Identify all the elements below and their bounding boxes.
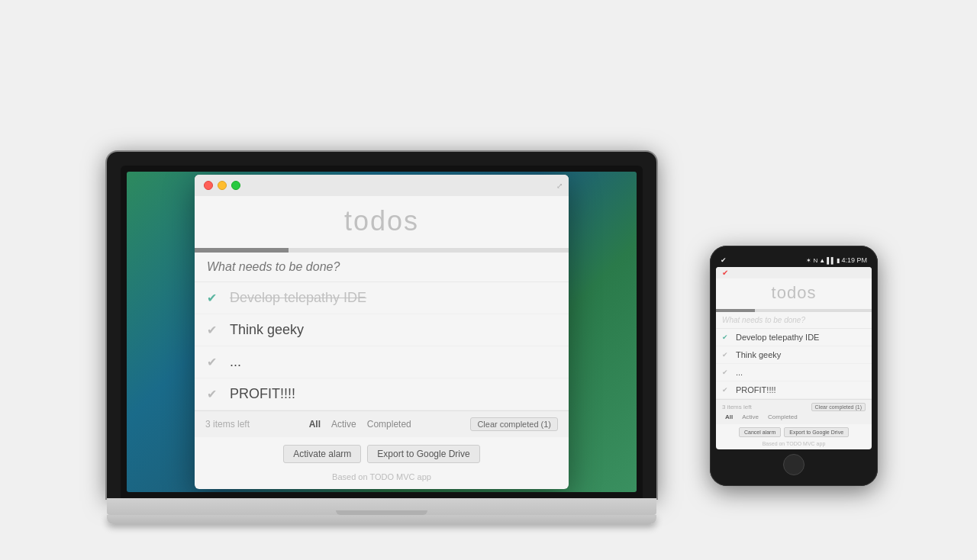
scene: ⤢ todos <box>69 13 908 547</box>
phone-nfc-icon: N <box>813 257 817 264</box>
desktop-app-credit: Based on TODO MVC app <box>195 469 569 489</box>
phone-todo-list: ✔ Develop telepathy IDE ✔ Think geeky ✔ … <box>716 329 872 399</box>
phone: ✔ ✶ N ▲ ▌▌ ▮ 4:19 PM ✔ todos <box>710 246 878 486</box>
phone-home-bar <box>716 449 872 477</box>
desktop-credit-text: Based on TODO MVC app <box>332 472 431 481</box>
desktop-todo-item-4: ✔ PROFIT!!!! <box>195 378 569 410</box>
desktop-todo-item-2: ✔ Think geeky <box>195 314 569 346</box>
phone-todo-text-4: PROFIT!!!! <box>736 385 776 394</box>
laptop-base <box>107 498 656 515</box>
phone-items-left: 3 items left <box>722 404 752 410</box>
phone-todo-item-1: ✔ Develop telepathy IDE <box>716 329 872 346</box>
phone-todo-text-2: Think geeky <box>736 350 781 359</box>
phone-app-footer: 3 items left Clear completed (1) All Act… <box>716 399 872 424</box>
phone-time: 4:19 PM <box>841 256 867 264</box>
phone-filter-all[interactable]: All <box>722 413 736 421</box>
desktop-clear-completed-button[interactable]: Clear completed (1) <box>470 417 558 431</box>
phone-outer: ✔ ✶ N ▲ ▌▌ ▮ 4:19 PM ✔ todos <box>710 246 878 486</box>
desktop-app-title: todos <box>195 196 569 248</box>
phone-todo-text-1: Develop telepathy IDE <box>736 333 819 342</box>
desktop-todo-text-2: Think geeky <box>230 322 304 338</box>
phone-app-title: todos <box>716 278 872 309</box>
phone-check-1[interactable]: ✔ <box>722 333 731 341</box>
desktop-new-todo-row[interactable] <box>195 253 569 282</box>
phone-credit-text: Based on TODO MVC app <box>763 441 826 446</box>
phone-check-4[interactable]: ✔ <box>722 386 731 394</box>
desktop-todo-item-1: ✔ Develop telepathy IDE <box>195 282 569 314</box>
phone-status-bar: ✔ ✶ N ▲ ▌▌ ▮ 4:19 PM <box>716 255 872 267</box>
desktop-todo-text-4: PROFIT!!!! <box>230 386 295 402</box>
desktop-footer-filters: All Active Completed <box>306 418 414 430</box>
phone-check-3[interactable]: ✔ <box>722 369 731 376</box>
desktop-todo-text-1: Develop telepathy IDE <box>230 290 366 306</box>
phone-top-bar: ✔ <box>716 267 872 278</box>
phone-home-button[interactable] <box>783 454 804 475</box>
desktop-todo-app: ⤢ todos <box>195 175 569 489</box>
phone-filter-active[interactable]: Active <box>739 413 762 421</box>
phone-wifi-icon: ▲ <box>819 257 825 264</box>
phone-filter-completed[interactable]: Completed <box>765 413 801 421</box>
laptop-screen-content: ⤢ todos <box>127 172 637 492</box>
laptop-screen-bezel: ⤢ todos <box>121 166 643 498</box>
phone-check-icon: ✔ <box>722 269 728 277</box>
desktop-export-button[interactable]: Export to Google Drive <box>367 445 479 463</box>
laptop-screen-outer: ⤢ todos <box>107 152 656 498</box>
desktop-check-1[interactable]: ✔ <box>207 291 221 305</box>
phone-signal-bars: ▌▌ <box>827 257 835 264</box>
phone-alarm-button[interactable]: Cancel alarm <box>739 427 781 437</box>
phone-todo-item-2: ✔ Think geeky <box>716 346 872 364</box>
phone-footer-filters: All Active Completed <box>722 413 866 421</box>
phone-input-row[interactable]: What needs to be done? <box>716 312 872 329</box>
desktop-filter-active[interactable]: Active <box>328 418 360 430</box>
phone-check-2[interactable]: ✔ <box>722 351 731 359</box>
phone-export-button[interactable]: Export to Google Drive <box>784 427 849 437</box>
laptop-foot <box>107 515 656 524</box>
desktop-check-3[interactable]: ✔ <box>207 355 221 369</box>
expand-icon: ⤢ <box>556 182 563 190</box>
phone-footer-row1: 3 items left Clear completed (1) <box>722 403 866 411</box>
phone-signal-icon: ✔ <box>721 256 727 264</box>
desktop-todo-text-3: ... <box>230 354 241 370</box>
phone-todo-text-3: ... <box>736 368 743 377</box>
phone-todo-item-3: ✔ ... <box>716 364 872 381</box>
desktop-filter-completed[interactable]: Completed <box>364 418 414 430</box>
desktop-new-todo-input[interactable] <box>207 260 556 274</box>
desktop-check-4[interactable]: ✔ <box>207 387 221 401</box>
phone-app-actions: Cancel alarm Export to Google Drive <box>716 424 872 439</box>
maximize-button[interactable] <box>231 181 240 190</box>
desktop-todo-list: ✔ Develop telepathy IDE ✔ Think geeky ✔ … <box>195 282 569 410</box>
desktop-items-left: 3 items left <box>205 419 250 430</box>
desktop-app-footer: 3 items left All Active Completed Clear … <box>195 410 569 437</box>
desktop-app-actions: Activate alarm Export to Google Drive <box>195 437 569 469</box>
phone-bt-icon: ✶ <box>806 257 811 264</box>
laptop: ⤢ todos <box>107 152 656 524</box>
desktop-activate-alarm-button[interactable]: Activate alarm <box>283 445 361 463</box>
phone-clear-button[interactable]: Clear completed (1) <box>811 403 866 411</box>
phone-status-icons: ✶ N ▲ ▌▌ ▮ 4:19 PM <box>806 256 867 264</box>
phone-input-placeholder: What needs to be done? <box>722 316 805 324</box>
phone-todo-item-4: ✔ PROFIT!!!! <box>716 381 872 399</box>
desktop-filter-all[interactable]: All <box>306 418 324 430</box>
desktop-todo-item-3: ✔ ... <box>195 346 569 378</box>
phone-app-credit: Based on TODO MVC app <box>716 439 872 449</box>
desktop-check-2[interactable]: ✔ <box>207 323 221 337</box>
minimize-button[interactable] <box>218 181 227 190</box>
close-button[interactable] <box>204 181 213 190</box>
phone-screen: ✔ todos What needs to be done? ✔ Develop… <box>716 267 872 449</box>
phone-battery-icon: ▮ <box>837 257 840 264</box>
desktop-titlebar: ⤢ <box>195 175 569 196</box>
